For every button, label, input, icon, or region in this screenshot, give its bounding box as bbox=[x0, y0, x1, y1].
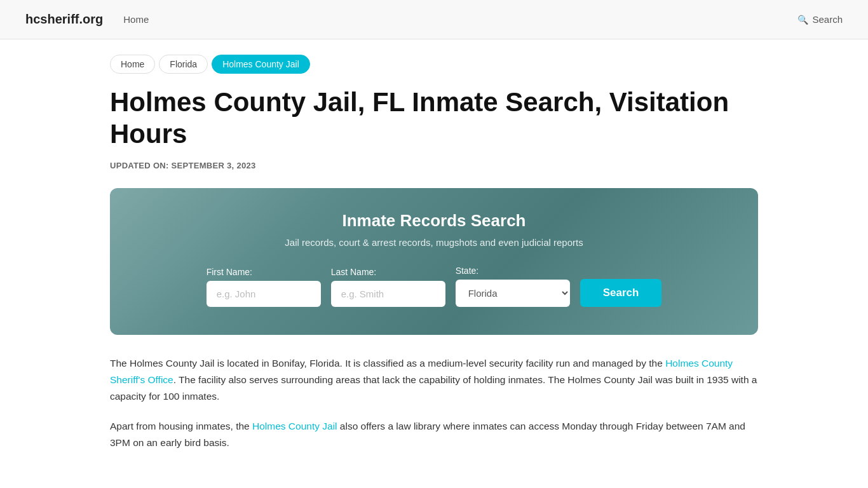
header-search-label[interactable]: Search bbox=[812, 14, 843, 25]
nav-home-link[interactable]: Home bbox=[123, 14, 149, 25]
state-select[interactable]: AlabamaAlaskaArizonaArkansasCaliforniaCo… bbox=[456, 280, 570, 307]
breadcrumb-holmes-county-jail[interactable]: Holmes County Jail bbox=[212, 55, 310, 74]
breadcrumb-florida[interactable]: Florida bbox=[159, 55, 208, 74]
page-title: Holmes County Jail, FL Inmate Search, Vi… bbox=[110, 86, 758, 151]
first-name-group: First Name: bbox=[207, 267, 321, 307]
first-name-input[interactable] bbox=[207, 281, 321, 307]
holmes-county-jail-link[interactable]: Holmes County Jail bbox=[252, 421, 337, 431]
breadcrumb-home[interactable]: Home bbox=[110, 55, 155, 74]
site-logo[interactable]: hcsheriff.org bbox=[25, 12, 103, 27]
inmate-search-subtitle: Jail records, court & arrest records, mu… bbox=[140, 237, 728, 248]
state-group: State: AlabamaAlaskaArizonaArkansasCalif… bbox=[456, 266, 570, 307]
first-name-label: First Name: bbox=[207, 267, 252, 277]
updated-date: UPDATED ON: SEPTEMBER 3, 2023 bbox=[110, 161, 758, 170]
last-name-label: Last Name: bbox=[331, 267, 377, 277]
body-p2-text1: Apart from housing inmates, the bbox=[110, 421, 252, 431]
search-icon: 🔍 bbox=[797, 15, 808, 25]
body-paragraph-2: Apart from housing inmates, the Holmes C… bbox=[110, 418, 758, 452]
breadcrumb: Home Florida Holmes County Jail bbox=[110, 55, 758, 74]
state-label: State: bbox=[456, 266, 479, 276]
last-name-group: Last Name: bbox=[331, 267, 445, 307]
last-name-input[interactable] bbox=[331, 281, 445, 307]
body-p1-text1: The Holmes County Jail is located in Bon… bbox=[110, 358, 665, 369]
inmate-search-box: Inmate Records Search Jail records, cour… bbox=[110, 188, 758, 335]
inmate-search-title: Inmate Records Search bbox=[140, 211, 728, 231]
header-left: hcsheriff.org Home bbox=[25, 12, 149, 27]
search-button[interactable]: Search bbox=[580, 279, 662, 307]
body-p1-text2: . The facility also serves surrounding a… bbox=[110, 374, 757, 402]
site-header: hcsheriff.org Home 🔍 Search bbox=[0, 0, 868, 39]
body-paragraph-1: The Holmes County Jail is located in Bon… bbox=[110, 355, 758, 405]
header-search-button[interactable]: 🔍 Search bbox=[797, 14, 843, 25]
main-content: Home Florida Holmes County Jail Holmes C… bbox=[85, 39, 783, 488]
search-fields: First Name: Last Name: State: AlabamaAla… bbox=[140, 266, 728, 307]
